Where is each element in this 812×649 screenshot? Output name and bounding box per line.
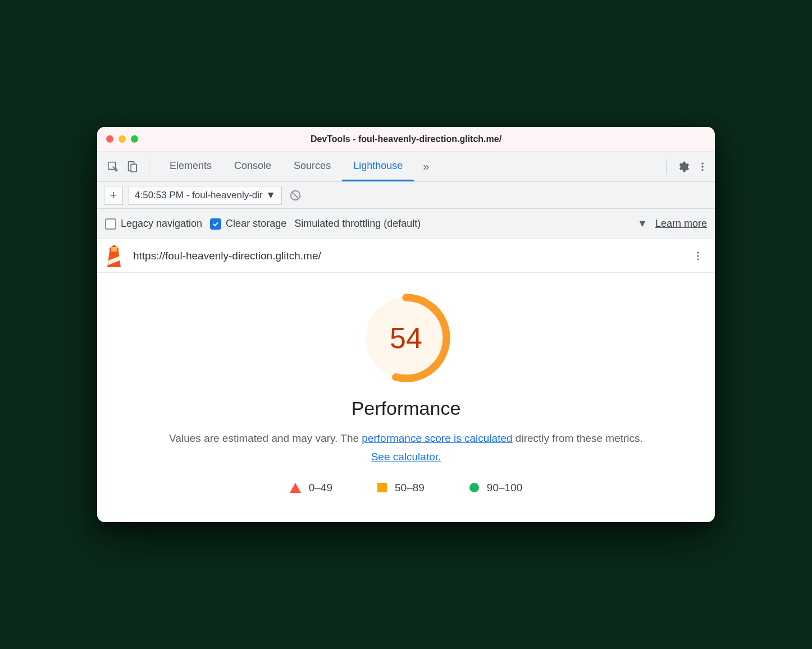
report-menu-icon[interactable] (690, 248, 706, 264)
square-icon (377, 483, 387, 492)
options-bar: Legacy navigation Clear storage Simulate… (97, 209, 715, 239)
divider (666, 159, 667, 174)
svg-point-4 (701, 166, 703, 167)
clear-icon[interactable] (288, 188, 303, 203)
performance-score: 54 (361, 293, 451, 383)
svg-point-9 (697, 255, 699, 257)
tab-sources[interactable]: Sources (282, 152, 342, 181)
legacy-navigation-checkbox[interactable] (105, 218, 116, 230)
svg-rect-2 (131, 164, 136, 172)
legend-average: 50–89 (377, 482, 425, 494)
legacy-navigation-option[interactable]: Legacy navigation (105, 218, 202, 230)
score-calc-link[interactable]: performance score is calculated (362, 432, 512, 444)
lighthouse-icon (103, 245, 125, 267)
svg-point-10 (697, 258, 699, 260)
kebab-menu-icon[interactable] (695, 159, 710, 175)
devtools-window: DevTools - foul-heavenly-direction.glitc… (97, 127, 715, 522)
throttling-label: Simulated throttling (default) (294, 218, 421, 230)
lighthouse-subbar: + 4:50:53 PM - foul-heavenly-dir ▼ (97, 182, 715, 209)
svg-point-8 (697, 252, 699, 253)
svg-point-5 (701, 169, 703, 171)
minimize-window-button[interactable] (118, 135, 126, 143)
tab-lighthouse[interactable]: Lighthouse (342, 152, 414, 181)
report-content: 54 Performance Values are estimated and … (97, 273, 715, 522)
report-dropdown[interactable]: 4:50:53 PM - foul-heavenly-dir ▼ (129, 186, 282, 205)
chevron-down-icon[interactable]: ▼ (637, 218, 647, 230)
svg-point-3 (701, 162, 703, 164)
tab-console[interactable]: Console (223, 152, 282, 181)
clear-storage-label: Clear storage (226, 218, 286, 230)
circle-icon (469, 483, 479, 492)
clear-storage-option[interactable]: Clear storage (210, 218, 286, 230)
see-calculator-link[interactable]: See calculator. (371, 451, 441, 463)
inspect-element-icon[interactable] (105, 159, 121, 175)
more-tabs-icon[interactable]: » (417, 160, 435, 173)
legend-pass: 90–100 (469, 482, 522, 494)
new-report-button[interactable]: + (104, 186, 123, 205)
clear-storage-checkbox[interactable] (210, 218, 221, 230)
report-dropdown-label: 4:50:53 PM - foul-heavenly-dir (135, 190, 263, 201)
titlebar: DevTools - foul-heavenly-direction.glitc… (97, 127, 715, 152)
legacy-navigation-label: Legacy navigation (121, 218, 202, 230)
tab-elements[interactable]: Elements (158, 152, 223, 181)
triangle-icon (290, 483, 301, 493)
learn-more-link[interactable]: Learn more (655, 218, 707, 230)
zoom-window-button[interactable] (131, 135, 138, 143)
category-description: Values are estimated and may vary. The p… (165, 429, 647, 466)
window-controls (106, 135, 138, 143)
score-legend: 0–49 50–89 90–100 (120, 482, 692, 494)
device-toolbar-icon[interactable] (124, 159, 140, 175)
window-title: DevTools - foul-heavenly-direction.glitc… (106, 134, 706, 144)
report-url: https://foul-heavenly-direction.glitch.m… (133, 250, 682, 262)
divider (149, 159, 149, 174)
main-toolbar: Elements Console Sources Lighthouse » (97, 152, 715, 182)
legend-fail: 0–49 (290, 482, 332, 494)
throttling-dropdown[interactable]: Simulated throttling (default) (294, 218, 421, 230)
category-title: Performance (120, 397, 692, 419)
url-bar: https://foul-heavenly-direction.glitch.m… (97, 239, 715, 273)
panel-tabs: Elements Console Sources Lighthouse (158, 152, 414, 181)
performance-gauge: 54 (361, 293, 451, 383)
gear-icon[interactable] (676, 159, 691, 175)
svg-rect-7 (111, 247, 117, 252)
chevron-down-icon: ▼ (266, 190, 276, 201)
close-window-button[interactable] (106, 135, 113, 143)
